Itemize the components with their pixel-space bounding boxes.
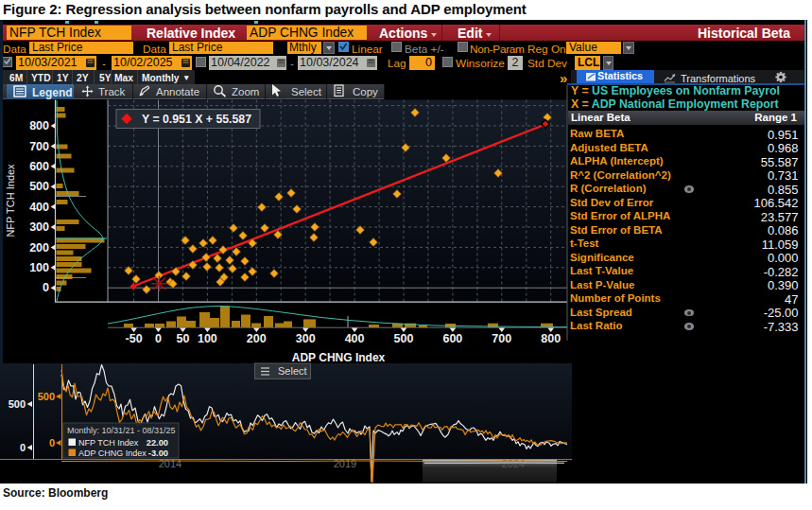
svg-text:500: 500 [29, 180, 49, 193]
svg-text:0: 0 [20, 442, 26, 453]
svg-text:300: 300 [296, 332, 316, 345]
svg-text:700: 700 [492, 332, 511, 345]
svg-text:300: 300 [29, 220, 49, 234]
svg-text:2019: 2019 [334, 458, 356, 469]
svg-text:200: 200 [29, 241, 49, 255]
svg-text:0: 0 [155, 332, 162, 345]
svg-text:ADP CHNG Index: ADP CHNG Index [292, 351, 386, 364]
svg-text:800: 800 [541, 332, 561, 345]
svg-text:-3.00: -3.00 [148, 448, 168, 458]
svg-text:0: 0 [43, 281, 49, 294]
svg-text:200: 200 [247, 332, 267, 345]
svg-text:500: 500 [394, 332, 414, 345]
svg-text:-50: -50 [126, 332, 143, 345]
svg-text:800: 800 [29, 119, 49, 132]
svg-text:700: 700 [29, 140, 49, 153]
svg-text:NFP TCH Index: NFP TCH Index [78, 438, 139, 448]
svg-text:Select: Select [278, 365, 307, 377]
svg-text:400: 400 [29, 201, 49, 214]
svg-text:400: 400 [345, 332, 365, 345]
svg-text:600: 600 [29, 160, 49, 173]
svg-text:0: 0 [49, 437, 55, 448]
svg-text:22.00: 22.00 [147, 438, 168, 448]
svg-text:50: 50 [176, 332, 189, 345]
svg-text:Monthly: 10/31/21 - 08/31/25: Monthly: 10/31/21 - 08/31/25 [67, 426, 176, 435]
svg-text:100: 100 [198, 332, 217, 345]
svg-text:500: 500 [38, 391, 55, 402]
svg-text:Y = 0.951 X + 55.587: Y = 0.951 X + 55.587 [142, 113, 251, 126]
svg-text:100: 100 [29, 261, 49, 274]
svg-text:NFP TCH Index: NFP TCH Index [5, 164, 16, 237]
svg-text:ADP CHNG Index: ADP CHNG Index [78, 448, 147, 458]
svg-text:500: 500 [9, 398, 26, 410]
svg-text:600: 600 [442, 332, 462, 345]
svg-text:2014: 2014 [159, 458, 181, 469]
